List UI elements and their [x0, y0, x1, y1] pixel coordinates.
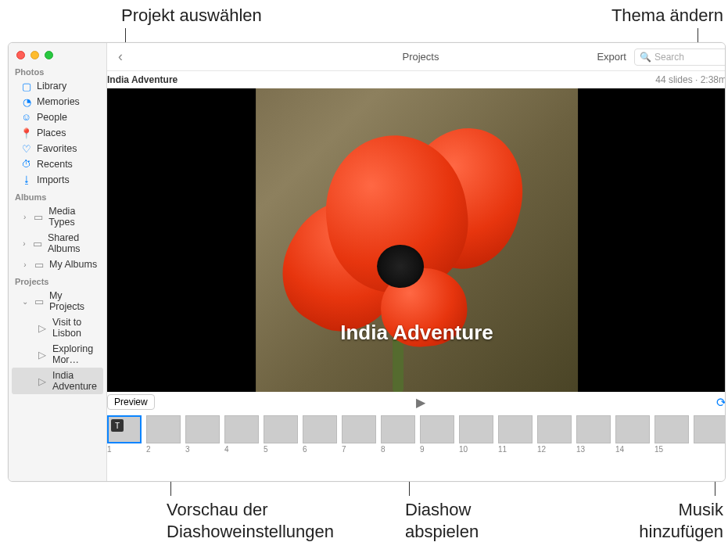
slide-title: India Adventure	[107, 321, 726, 345]
sidebar-item-places[interactable]: 📍 Places	[9, 125, 106, 141]
callout-play-slideshow: Diashow abspielen	[405, 499, 479, 542]
thumbnail[interactable]: 10	[459, 415, 493, 454]
thumb-number: 3	[185, 445, 220, 454]
sidebar-item-label: People	[37, 112, 67, 123]
slide-image	[256, 88, 578, 392]
memories-icon: ◔	[21, 96, 32, 107]
sidebar-item-label: Imports	[37, 174, 70, 185]
sidebar-item-imports[interactable]: ⭳ Imports	[9, 172, 106, 188]
sidebar-item-recents[interactable]: ⏱ Recents	[9, 156, 106, 172]
sidebar-project-india[interactable]: ▷ India Adventure	[12, 368, 103, 394]
thumb-number: 5	[264, 445, 298, 454]
sidebar-project-exploring[interactable]: ▷ Exploring Mor…	[9, 341, 106, 368]
thumbnail[interactable]: 14	[615, 415, 650, 454]
thumb-number: 6	[303, 445, 337, 454]
sidebar-item-shared-albums[interactable]: › ▭ Shared Albums	[9, 230, 106, 257]
thumb-number: 8	[381, 445, 415, 454]
sidebar-item-label: My Projects	[49, 290, 100, 312]
places-icon: 📍	[21, 127, 32, 138]
close-window-button[interactable]	[16, 51, 25, 59]
slideshow-icon: ▷	[37, 375, 48, 386]
callout-music-l2: hinzufügen	[639, 522, 723, 541]
thumbnail[interactable]: 15	[654, 415, 689, 454]
callout-play-l1: Diashow	[405, 500, 471, 519]
sidebar-item-label: My Albums	[49, 259, 97, 270]
thumbnail[interactable]: 5	[264, 415, 298, 454]
play-button[interactable]: ▶	[416, 395, 425, 410]
thumb-number: 13	[576, 445, 611, 454]
thumb-number: 15	[654, 445, 689, 454]
callout-preview-settings-l1: Vorschau der	[167, 500, 268, 519]
loop-button[interactable]: ⟳	[716, 395, 726, 410]
slideshow-icon: ▷	[37, 349, 48, 360]
thumbnail[interactable]: 8	[381, 415, 415, 454]
people-icon: ☺	[21, 112, 32, 123]
preview-button[interactable]: Preview	[107, 394, 155, 410]
toolbar-title: Projects	[107, 51, 726, 63]
main-area: ‹ Projects Export 🔍 Search India Adventu…	[107, 43, 726, 481]
callout-preview-settings: Vorschau der Diashoweinstellungen	[167, 499, 334, 542]
sidebar-item-my-albums[interactable]: › ▭ My Albums	[9, 257, 106, 272]
sidebar-project-lisbon[interactable]: ▷ Visit to Lisbon	[9, 314, 106, 341]
sidebar-item-people[interactable]: ☺ People	[9, 109, 106, 125]
sidebar-item-label: Places	[37, 127, 66, 138]
playback-controls: Preview ▶ ⟳	[107, 393, 726, 411]
sidebar-item-label: Shared Albums	[48, 232, 100, 254]
folder-icon: ▭	[34, 296, 45, 307]
heart-icon: ♡	[21, 143, 32, 154]
thumbnail[interactable]: 13	[576, 415, 611, 454]
thumbnail[interactable]: 7	[342, 415, 376, 454]
sidebar-item-media-types[interactable]: › ▭ Media Types	[9, 203, 106, 230]
slideshow-canvas[interactable]: India Adventure	[107, 88, 726, 392]
sidebar-item-label: Visit to Lisbon	[52, 317, 100, 339]
library-icon: ▢	[21, 81, 32, 92]
thumb-number: 7	[342, 445, 376, 454]
sidebar-item-my-projects[interactable]: ⌄ ▭ My Projects	[9, 288, 106, 314]
thumb-number: 4	[224, 445, 259, 454]
sidebar-item-library[interactable]: ▢ Library	[9, 78, 106, 94]
thumbnail[interactable]: 3	[185, 415, 220, 454]
window-controls	[9, 43, 106, 63]
sidebar-item-favorites[interactable]: ♡ Favorites	[9, 141, 106, 156]
thumbnail[interactable]: 6	[303, 415, 337, 454]
chevron-right-icon: ›	[21, 239, 27, 248]
clock-icon: ⏱	[21, 159, 32, 170]
toolbar: ‹ Projects Export 🔍 Search	[107, 43, 726, 71]
sidebar: Photos ▢ Library ◔ Memories ☺ People 📍 P…	[9, 43, 107, 481]
sidebar-item-label: Library	[37, 81, 66, 92]
thumbnail[interactable]: T 1	[107, 415, 142, 454]
sidebar-item-label: Recents	[37, 159, 73, 170]
callout-add-music: Musik hinzufügen	[639, 499, 723, 542]
project-name: India Adventure	[107, 74, 178, 85]
callout-preview-settings-l2: Diashoweinstellungen	[167, 522, 334, 541]
callout-music-l1: Musik	[679, 500, 723, 519]
thumb-number: 12	[537, 445, 572, 454]
thumbnail[interactable]	[694, 415, 726, 454]
app-window: Photos ▢ Library ◔ Memories ☺ People 📍 P…	[8, 42, 726, 482]
callout-change-theme: Thema ändern	[611, 5, 723, 27]
sidebar-header-projects: Projects	[9, 272, 106, 288]
thumb-number: 2	[146, 445, 181, 454]
chevron-right-icon: ›	[21, 213, 28, 221]
thumbnail[interactable]: 9	[420, 415, 454, 454]
thumb-number: 11	[498, 445, 533, 454]
chevron-right-icon: ›	[21, 260, 29, 269]
folder-icon: ▭	[34, 259, 45, 270]
thumbnail[interactable]: 11	[498, 415, 533, 454]
thumbnail-strip[interactable]: T 1 2 3 4 5 6 7 8 9 10 11 12 13 14 15	[107, 411, 726, 458]
thumbnail[interactable]: 4	[224, 415, 259, 454]
sidebar-item-label: Media Types	[48, 206, 100, 228]
thumb-number: 9	[420, 445, 454, 454]
callout-play-l2: abspielen	[405, 522, 479, 541]
folder-icon: ▭	[33, 211, 44, 222]
sidebar-item-label: Memories	[37, 96, 80, 107]
sidebar-item-memories[interactable]: ◔ Memories	[9, 94, 106, 109]
download-icon: ⭳	[21, 174, 32, 185]
thumbnail[interactable]: 12	[537, 415, 572, 454]
thumbnail[interactable]: 2	[146, 415, 181, 454]
sidebar-item-label: India Adventure	[52, 370, 97, 392]
maximize-window-button[interactable]	[45, 51, 53, 59]
slideshow-icon: ▷	[37, 322, 48, 333]
chevron-down-icon: ⌄	[21, 297, 29, 306]
minimize-window-button[interactable]	[30, 51, 39, 59]
